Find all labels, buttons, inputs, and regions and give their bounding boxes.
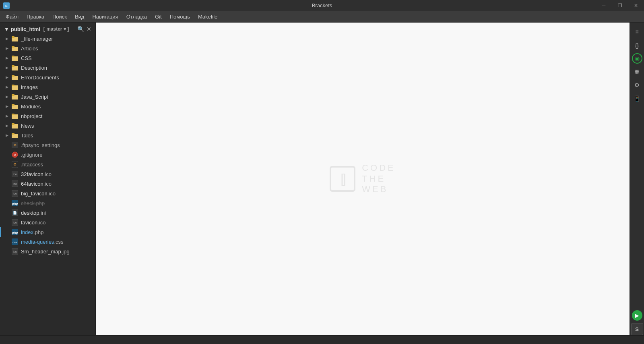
file-icon: ⚙	[11, 141, 19, 149]
tree-item-check-php[interactable]: phpcheck.php	[0, 198, 95, 208]
tree-item-label: 64favicon.ico	[21, 181, 91, 187]
tree-item-java-script[interactable]: ▶Java_Script	[0, 92, 95, 102]
tree-item-index-php[interactable]: phpindex.php	[0, 227, 95, 237]
file-icon: ico	[11, 219, 19, 226]
svg-text:jpg: jpg	[12, 250, 17, 253]
sidebar: ▼ public_html [ master ▾ ] 🔍 ✕ ▶_file-ma…	[0, 23, 96, 335]
close-button[interactable]: ✕	[628, 0, 644, 11]
sidebar-toolbar: 🔍 ✕	[77, 26, 91, 32]
svg-rect-19	[12, 114, 14, 115]
logo-line-2: THE	[362, 174, 396, 184]
svg-rect-13	[12, 85, 14, 86]
tree-item--ftpsync-settings[interactable]: ⚙.ftpsync_settings	[0, 140, 95, 150]
sidebar-header: ▼ public_html [ master ▾ ] 🔍 ✕	[0, 23, 95, 34]
tree-item-big-favicon-ico[interactable]: icobig_favicon.ico	[0, 189, 95, 198]
tree-item-label: Tales	[21, 133, 91, 139]
file-tree-btn[interactable]: ≡	[631, 26, 643, 38]
tree-item-label: CSS	[21, 55, 91, 61]
file-icon: ico	[11, 190, 19, 197]
svg-rect-7	[12, 56, 14, 57]
tree-item-favicon-ico[interactable]: icofavicon.ico	[0, 218, 95, 227]
svg-text:php: php	[12, 231, 18, 234]
tree-item-nbproject[interactable]: ▶nbproject	[0, 111, 95, 121]
tree-item-label: Sm_header_map.jpg	[21, 249, 91, 255]
tree-item-errordocuments[interactable]: ▶ErrorDocuments	[0, 73, 95, 82]
menu-item-отладка[interactable]: Отладка	[122, 12, 151, 21]
tree-item-sm-header-map-jpg[interactable]: jpgSm_header_map.jpg	[0, 247, 95, 256]
logo-line-3: WEB	[362, 184, 396, 195]
live-reload-btn[interactable]: ◉	[632, 53, 642, 64]
tree-item-desktop-ini[interactable]: 📄desktop.ini	[0, 208, 95, 218]
file-icon	[11, 74, 19, 81]
tree-item--file-manager[interactable]: ▶_file-manager	[0, 34, 95, 44]
project-arrow: ▼	[4, 26, 9, 32]
git-branch[interactable]: [ master ▾ ]	[43, 26, 69, 32]
file-icon	[11, 83, 19, 91]
run-btn[interactable]: ▶	[632, 310, 642, 321]
menu-item-git[interactable]: Git	[151, 12, 166, 21]
file-tree: ▶_file-manager▶Articles▶CSS▶Description▶…	[0, 34, 95, 256]
tree-item-label: ErrorDocuments	[21, 75, 91, 81]
file-icon	[11, 132, 19, 139]
menu-item-поиск[interactable]: Поиск	[48, 12, 71, 21]
tree-item-label: nbproject	[21, 113, 91, 119]
tree-item-64favicon-ico[interactable]: ico64favicon.ico	[0, 179, 95, 189]
menu-item-навигация[interactable]: Навигация	[88, 12, 122, 21]
menu-item-файл[interactable]: Файл	[2, 12, 23, 21]
image-icon-btn[interactable]: ▦	[631, 65, 643, 77]
tree-item-label: check.php	[21, 200, 91, 206]
minimize-button[interactable]: ─	[596, 0, 612, 11]
window-controls: ─ ❐ ✕	[596, 0, 644, 11]
menu-item-makefile[interactable]: Makefile	[194, 12, 221, 21]
tree-item-modules[interactable]: ▶Modules	[0, 102, 95, 111]
tree-item--htaccess[interactable]: ⚙.htaccess	[0, 160, 95, 169]
menu-item-помощь[interactable]: Помощь	[166, 12, 194, 21]
tree-item-images[interactable]: ▶images	[0, 82, 95, 92]
app-icon: B	[3, 2, 10, 9]
tree-arrow: ▶	[6, 95, 11, 99]
tree-item-label: Description	[21, 65, 91, 71]
svg-text:⚙: ⚙	[14, 143, 17, 147]
file-icon: jpg	[11, 248, 19, 255]
restore-button[interactable]: ❐	[612, 0, 628, 11]
project-name[interactable]: ▼ public_html [ master ▾ ]	[4, 26, 69, 32]
file-icon	[11, 45, 19, 52]
tree-item-news[interactable]: ▶News	[0, 121, 95, 131]
svg-text:ico: ico	[13, 182, 17, 186]
file-icon: css	[11, 238, 19, 245]
close-files-icon[interactable]: ✕	[87, 26, 91, 32]
live-preview-btn[interactable]: {}	[631, 39, 643, 52]
file-icon	[11, 64, 19, 71]
tree-item-media-queries-css[interactable]: cssmedia-queries.css	[0, 237, 95, 247]
tree-item-css[interactable]: ▶CSS	[0, 53, 95, 63]
svg-text:⚙: ⚙	[13, 162, 17, 166]
editor-area: [] CODE THE WEB	[96, 23, 630, 335]
mobile-btn[interactable]: 📱	[631, 93, 643, 105]
tree-item-label: News	[21, 123, 91, 129]
tree-item--gitignore[interactable]: ⊘.gitignore	[0, 150, 95, 160]
s-btn[interactable]: S	[631, 323, 643, 335]
file-icon: ⊘	[11, 151, 19, 158]
file-icon: ico	[11, 180, 19, 187]
svg-text:ico: ico	[13, 172, 17, 176]
tree-item-label: .ftpsync_settings	[21, 142, 91, 148]
search-icon[interactable]: 🔍	[77, 26, 84, 32]
tree-item-articles[interactable]: ▶Articles	[0, 44, 95, 53]
logo-line-1: CODE	[362, 163, 396, 173]
menu-item-правка[interactable]: Правка	[23, 12, 48, 21]
tree-item-description[interactable]: ▶Description	[0, 63, 95, 73]
logo-text: CODE THE WEB	[362, 163, 396, 195]
tree-item-label: big_favicon.ico	[21, 191, 91, 197]
file-icon: ⚙	[11, 161, 19, 168]
tree-item-32favicon-ico[interactable]: ico32favicon.ico	[0, 169, 95, 179]
svg-text:php: php	[12, 202, 18, 205]
settings-btn[interactable]: ⚙	[631, 79, 643, 91]
tree-item-label: _file-manager	[21, 36, 91, 42]
menu-item-вид[interactable]: Вид	[71, 12, 89, 21]
tree-item-label: Java_Script	[21, 94, 91, 100]
tree-item-tales[interactable]: ▶Tales	[0, 131, 95, 140]
tree-item-label: .gitignore	[21, 152, 91, 158]
file-icon: php	[11, 199, 19, 207]
svg-text:ico: ico	[13, 192, 17, 195]
window-title: Brackets	[312, 2, 332, 8]
